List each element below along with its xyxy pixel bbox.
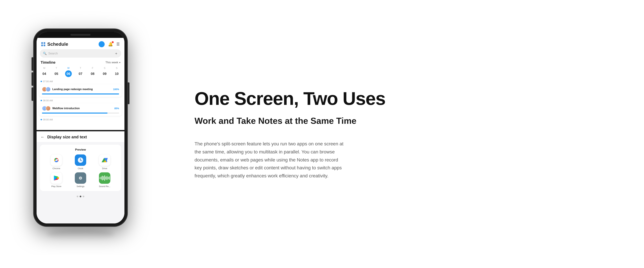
phone-reflection xyxy=(47,229,114,239)
clock-icon-bg xyxy=(75,154,86,166)
grid-icon xyxy=(41,42,45,46)
event-card-2[interactable]: Webflow introduction 85% xyxy=(39,103,122,116)
page-indicator xyxy=(36,194,124,201)
day-item-thu[interactable]: T 07 xyxy=(76,67,85,77)
time-text-1: 07:00 AM xyxy=(43,80,53,83)
time-label-2: 08:00 AM xyxy=(39,98,122,102)
sound-waves xyxy=(100,175,110,181)
search-icon: 🔍 xyxy=(43,52,46,55)
day-label-tue: T xyxy=(56,67,57,69)
chevron-down-icon: ▾ xyxy=(119,61,120,64)
day-num-sat: 09 xyxy=(101,70,108,77)
app-icons-grid: Chrome xyxy=(43,154,118,188)
back-arrow-icon[interactable]: ← xyxy=(40,135,44,139)
day-item-sun[interactable]: S 10 xyxy=(112,67,121,77)
timeline-title: Timeline xyxy=(40,60,56,65)
day-label-fri: F xyxy=(92,67,94,69)
event-title-2: Webflow introduction xyxy=(52,107,113,110)
clock-icon xyxy=(77,156,84,164)
app-icon-clock[interactable]: Clock xyxy=(69,154,92,170)
event-header-2: Webflow introduction 85% xyxy=(42,106,119,111)
day-num-sun: 10 xyxy=(113,70,120,77)
screen-bottom: ← Display size and text Preview xyxy=(36,131,124,224)
playstore-icon xyxy=(53,174,60,182)
app-title: Schedule xyxy=(47,41,68,47)
event-card-1[interactable]: Landing page redesign meeting 100% xyxy=(39,84,122,97)
this-week-label: This week xyxy=(105,61,118,64)
day-num-thu: 07 xyxy=(77,70,84,77)
svg-point-9 xyxy=(80,178,81,179)
day-item-tue[interactable]: T 05 xyxy=(52,67,61,77)
event-progress-2 xyxy=(42,113,119,114)
day-label-mon: M xyxy=(43,67,45,69)
dot-1 xyxy=(77,196,78,197)
drive-icon xyxy=(101,156,108,164)
time-label-1: 07:00 AM xyxy=(39,79,122,83)
settings-title: Display size and text xyxy=(47,135,87,139)
phone-notch xyxy=(36,32,124,38)
svg-point-2 xyxy=(56,159,57,161)
this-week-button[interactable]: This week ▾ xyxy=(105,61,120,64)
app-icon-settings[interactable]: Settings xyxy=(69,172,92,188)
time-text-3: 09:00 AM xyxy=(43,118,53,121)
settings-header: ← Display size and text xyxy=(36,131,124,142)
app-icon-drive[interactable]: Drive xyxy=(93,154,116,170)
day-label-wed: W xyxy=(67,67,70,69)
chrome-icon-bg xyxy=(51,154,62,166)
drive-icon-bg xyxy=(99,154,110,166)
event-title-1: Landing page redesign meeting xyxy=(52,88,111,91)
app-icon-sound[interactable]: Sound Re... xyxy=(93,172,116,188)
day-item-wed[interactable]: W 06 xyxy=(64,67,73,77)
description-text: The phone's split-screen feature lets yo… xyxy=(194,140,346,180)
event-avatars-1 xyxy=(42,87,51,92)
phone-wrapper: Schedule 🔔 ☰ 🔍 Searc xyxy=(34,29,128,239)
day-item-sat[interactable]: S 09 xyxy=(100,67,109,77)
day-item-fri[interactable]: F 08 xyxy=(88,67,97,77)
day-label-sun: S xyxy=(116,67,118,69)
timeline-header: Timeline This week ▾ xyxy=(36,60,124,67)
events-container: 07:00 AM Landing page redesign meeting 1… xyxy=(36,79,124,130)
page-container: Schedule 🔔 ☰ 🔍 Searc xyxy=(0,0,644,268)
event-avatar-2b xyxy=(46,106,51,111)
app-header: Schedule 🔔 ☰ xyxy=(36,38,124,49)
menu-icon[interactable]: ☰ xyxy=(116,42,120,46)
preview-label: Preview xyxy=(43,148,118,151)
app-icon-playstore[interactable]: Play Store xyxy=(45,172,68,188)
day-num-mon: 04 xyxy=(41,70,48,77)
sub-headline: Work and Take Notes at the Same Time xyxy=(194,115,412,127)
search-bar[interactable]: 🔍 Search ＋ xyxy=(40,49,121,58)
add-icon[interactable]: ＋ xyxy=(114,51,118,56)
app-name-settings: Settings xyxy=(77,185,84,188)
time-text-2: 08:00 AM xyxy=(43,99,53,102)
phone-outer: Schedule 🔔 ☰ 🔍 Searc xyxy=(34,29,128,227)
screen-top: Schedule 🔔 ☰ 🔍 Searc xyxy=(36,38,124,130)
main-headline: One Screen, Two Uses xyxy=(194,88,412,109)
event-avatar-1b xyxy=(46,87,51,92)
app-name-drive: Drive xyxy=(102,167,107,170)
app-title-group: Schedule xyxy=(41,41,68,47)
svg-point-6 xyxy=(80,160,81,161)
day-num-tue: 05 xyxy=(53,70,60,77)
time-dot-1 xyxy=(40,81,42,82)
settings-icon-bg xyxy=(75,172,86,184)
search-placeholder: Search xyxy=(48,52,58,55)
day-item-mon[interactable]: M 04 xyxy=(40,67,49,77)
app-name-sound: Sound Re... xyxy=(99,185,110,188)
bell-icon[interactable]: 🔔 xyxy=(108,42,113,46)
app-icon-chrome[interactable]: Chrome xyxy=(45,154,68,170)
phone-notch-bar xyxy=(70,34,90,36)
preview-section: Preview xyxy=(40,145,121,191)
app-name-chrome: Chrome xyxy=(52,167,60,170)
event-pct-1: 100% xyxy=(113,88,119,91)
phone-screen: Schedule 🔔 ☰ 🔍 Searc xyxy=(36,32,124,224)
app-name-playstore: Play Store xyxy=(51,185,62,188)
event-progress-1 xyxy=(42,93,119,94)
app-name-clock: Clock xyxy=(78,167,83,170)
day-label-thu: T xyxy=(80,67,81,69)
split-line xyxy=(36,130,124,131)
time-dot-2 xyxy=(40,100,42,101)
chrome-icon xyxy=(53,156,60,164)
settings-icon xyxy=(77,175,84,181)
avatar xyxy=(98,41,105,47)
playstore-icon-bg xyxy=(51,172,62,184)
